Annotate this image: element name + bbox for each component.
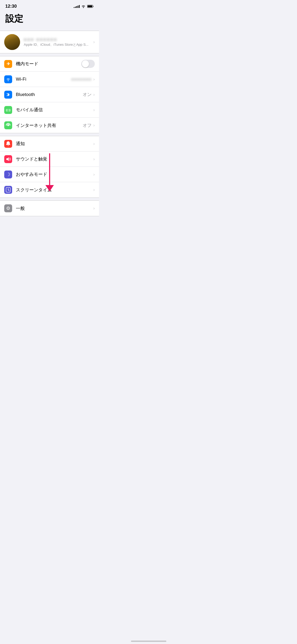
signal-icon [74,5,80,8]
screentime-icon [6,187,11,192]
status-time: 12:30 [5,4,17,9]
wifi-row[interactable]: Wi-Fi ■■■■■■■ › [0,72,99,87]
screentime-chevron: › [93,187,95,192]
notifications-label: 通知 [16,141,93,147]
hotspot-icon [6,123,11,128]
airplane-icon: ✈ [7,61,10,66]
gear-icon: ⚙ [6,205,10,211]
hotspot-chevron: › [93,123,95,128]
svg-point-2 [7,125,9,126]
notifications-chevron: › [93,141,95,146]
mobile-chevron: › [93,107,95,113]
hotspot-row[interactable]: インターネット共有 オフ › [0,118,99,133]
bluetooth-icon-wrap [4,91,12,99]
mobile-data-row[interactable]: ((·)) モバイル通信 › [0,102,99,118]
general-section: ⚙ 一般 › [0,200,99,216]
wifi-icon-wrap [4,75,12,83]
notifications-section: 通知 › サウンドと触覚 › ☽ おやすみモード › スクリーンタイム [0,136,99,198]
dnd-icon-wrap: ☽ [4,171,12,178]
avatar [4,34,20,50]
airplane-icon-wrap: ✈ [4,60,12,68]
general-chevron: › [93,206,95,211]
battery-icon [87,5,94,8]
hotspot-icon-wrap [4,121,12,129]
bluetooth-icon [7,92,10,97]
bluetooth-value: オン [83,91,92,98]
section-gap-4 [0,198,99,200]
section-gap-2 [0,53,99,56]
connectivity-section: ✈ 機内モード Wi-Fi ■■■■■■■ › Bluetooth オン › [0,56,99,133]
notification-icon [6,141,11,146]
mobile-label: モバイル通信 [16,107,93,113]
general-row[interactable]: ⚙ 一般 › [0,201,99,216]
bluetooth-row[interactable]: Bluetooth オン › [0,87,99,102]
bluetooth-label: Bluetooth [16,92,83,97]
dnd-row[interactable]: ☽ おやすみモード › [0,167,99,182]
mobile-icon: ((·)) [6,108,11,112]
airplane-toggle[interactable] [81,60,95,68]
toggle-thumb [82,60,89,67]
profile-info: ■■■ ■■■■■■ Apple ID、iCloud、iTunes Storeと… [24,37,93,47]
sound-icon [6,157,11,162]
status-bar: 12:30 [0,0,99,11]
sound-icon-wrap [4,155,12,163]
sound-label: サウンドと触覚 [16,156,93,162]
section-gap-3 [0,133,99,136]
sound-row[interactable]: サウンドと触覚 › [0,151,99,167]
status-icons [74,5,94,8]
wifi-chevron: › [93,77,95,82]
wifi-setting-icon [6,77,11,81]
svg-point-3 [8,141,8,142]
airplane-mode-row[interactable]: ✈ 機内モード [0,56,99,72]
dnd-label: おやすみモード [16,171,93,177]
hotspot-value: オフ [83,122,92,128]
airplane-label: 機内モード [16,61,81,67]
notifications-icon-wrap [4,140,12,148]
bluetooth-chevron: › [93,92,95,97]
hotspot-label: インターネット共有 [16,122,83,128]
moon-icon: ☽ [6,172,10,177]
sound-chevron: › [93,157,95,162]
notifications-row[interactable]: 通知 › [0,136,99,151]
profile-name: ■■■ ■■■■■■ [24,37,93,42]
profile-chevron: › [93,39,95,45]
wifi-icon [81,5,86,8]
screentime-icon-wrap [4,186,12,194]
wifi-label: Wi-Fi [16,77,71,82]
general-label: 一般 [16,205,93,211]
profile-row[interactable]: ■■■ ■■■■■■ Apple ID、iCloud、iTunes Storeと… [0,31,99,53]
section-gap-1 [0,28,99,31]
screentime-label: スクリーンタイム [16,187,93,193]
wifi-value-blurred: ■■■■■■■ [71,77,92,81]
screentime-row[interactable]: スクリーンタイム › [0,182,99,197]
page-title-section: 設定 [0,11,99,28]
page-title: 設定 [5,13,94,25]
general-icon-wrap: ⚙ [4,204,12,212]
mobile-icon-wrap: ((·)) [4,106,12,114]
dnd-chevron: › [93,172,95,177]
svg-rect-1 [88,6,92,7]
profile-subtitle: Apple ID、iCloud、iTunes StoreとApp S... [24,42,93,47]
